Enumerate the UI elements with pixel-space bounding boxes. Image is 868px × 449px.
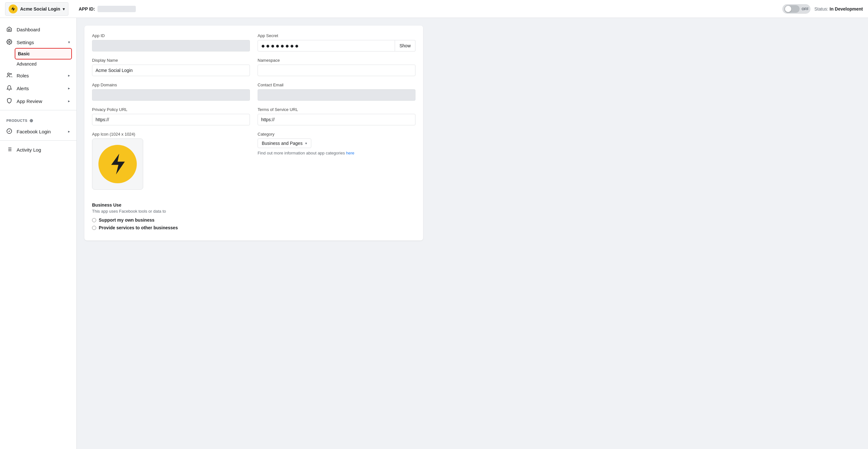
form-group-app-icon: App Icon (1024 x 1024) [92, 132, 250, 190]
app-logo-circle [98, 145, 137, 183]
form-group-app-domains: App Domains [92, 83, 250, 101]
form-row-5: App Icon (1024 x 1024) Category Business… [92, 132, 415, 196]
sidebar-item-settings[interactable]: Settings ▾ [0, 36, 76, 49]
sidebar-item-advanced[interactable]: Advanced [17, 59, 76, 69]
category-info: Find out more information about app cate… [257, 151, 415, 155]
form-group-app-id: App ID [92, 33, 250, 52]
sidebar-item-basic[interactable]: Basic [16, 49, 71, 59]
app-name: Acme Social Login [20, 6, 60, 11]
app-icon-label: App Icon (1024 x 1024) [92, 132, 250, 137]
app-secret-row: Show [257, 40, 415, 52]
form-group-display-name: Display Name [92, 58, 250, 76]
contact-email-input[interactable] [257, 89, 415, 101]
alerts-label: Alerts [17, 86, 29, 91]
radio-own-business-label: Support my own business [99, 217, 154, 222]
facebook-login-chevron: ▸ [68, 129, 70, 134]
sidebar-divider-2 [0, 140, 76, 141]
contact-email-label: Contact Email [257, 83, 415, 87]
business-use-section: Business Use This app uses Facebook tool… [92, 203, 415, 230]
roles-label: Roles [17, 73, 29, 78]
roles-chevron: ▸ [68, 73, 70, 78]
list-icon [6, 147, 13, 153]
bell-icon [6, 85, 13, 91]
home-icon [6, 26, 13, 33]
app-secret-input [257, 40, 395, 52]
sidebar: Dashboard Settings ▾ Basic Advanced Role… [0, 18, 77, 449]
toggle-thumb [785, 6, 791, 12]
facebook-login-label: Facebook Login [17, 129, 51, 134]
form-row-2: Display Name Namespace [92, 58, 415, 76]
display-name-input[interactable] [92, 65, 250, 76]
category-dropdown[interactable]: Business and Pages ▾ [257, 139, 311, 148]
tos-input[interactable] [257, 114, 415, 125]
radio-other-businesses-label: Provide services to other businesses [99, 225, 178, 230]
sidebar-item-activity-log[interactable]: Activity Log [0, 143, 76, 156]
business-use-desc: This app uses Facebook tools or data to [92, 209, 415, 214]
circle-check-icon [6, 128, 13, 134]
form-group-namespace: Namespace [257, 58, 415, 76]
svg-marker-0 [11, 6, 15, 11]
display-name-label: Display Name [92, 58, 250, 63]
settings-label: Settings [17, 40, 34, 45]
app-icon-preview[interactable] [92, 139, 143, 190]
radio-option-other-businesses[interactable]: Provide services to other businesses [92, 225, 415, 230]
app-selector[interactable]: Acme Social Login ▾ [5, 2, 68, 16]
app-review-label: App Review [17, 98, 42, 104]
form-row-3: App Domains Contact Email [92, 83, 415, 101]
alerts-chevron: ▸ [68, 86, 70, 90]
app-review-chevron: ▸ [68, 99, 70, 103]
form-row-1: App ID App Secret Show [92, 33, 415, 52]
form-group-privacy-policy: Privacy Policy URL [92, 107, 250, 125]
top-bar-right: OFF Status: In Development [782, 4, 863, 14]
svg-point-1 [9, 41, 10, 43]
category-chevron-icon: ▾ [305, 141, 307, 146]
app-id-field-label: App ID [92, 33, 250, 38]
show-secret-button[interactable]: Show [395, 40, 415, 52]
status-toggle[interactable]: OFF [782, 4, 810, 14]
gear-icon [6, 39, 13, 46]
radio-other-businesses[interactable] [92, 226, 96, 230]
toggle-off-label: OFF [802, 7, 809, 11]
app-id-label: APP ID: [79, 6, 95, 11]
namespace-input[interactable] [257, 65, 415, 76]
form-group-tos: Terms of Service URL [257, 107, 415, 125]
radio-own-business[interactable] [92, 218, 96, 222]
category-value: Business and Pages [262, 141, 303, 146]
sidebar-item-app-review[interactable]: App Review ▸ [0, 95, 76, 108]
activity-log-label: Activity Log [17, 147, 41, 153]
form-row-4: Privacy Policy URL Terms of Service URL [92, 107, 415, 125]
roles-icon [6, 72, 13, 79]
form-group-contact-email: Contact Email [257, 83, 415, 101]
radio-option-own-business[interactable]: Support my own business [92, 217, 415, 222]
sidebar-divider [0, 110, 76, 110]
app-selector-chevron: ▾ [63, 6, 65, 11]
settings-submenu: Basic Advanced [0, 49, 76, 69]
layout: Dashboard Settings ▾ Basic Advanced Role… [0, 18, 868, 449]
sidebar-item-alerts[interactable]: Alerts ▸ [0, 82, 76, 95]
sidebar-item-facebook-login[interactable]: Facebook Login ▸ [0, 125, 76, 138]
tos-label: Terms of Service URL [257, 107, 415, 112]
app-domains-label: App Domains [92, 83, 250, 87]
app-id-value [97, 6, 136, 12]
app-logo-icon [9, 4, 18, 13]
sidebar-item-roles[interactable]: Roles ▸ [0, 69, 76, 82]
settings-chevron: ▾ [68, 40, 70, 44]
namespace-label: Namespace [257, 58, 415, 63]
products-header: PRODUCTS ⊕ [0, 113, 76, 125]
app-id-section: APP ID: [79, 6, 136, 12]
dashboard-label: Dashboard [17, 27, 40, 32]
svg-point-3 [10, 73, 11, 74]
sidebar-item-dashboard[interactable]: Dashboard [0, 23, 76, 36]
svg-point-2 [8, 73, 9, 75]
category-info-link[interactable]: here [346, 151, 354, 155]
privacy-policy-input[interactable] [92, 114, 250, 125]
top-bar: Acme Social Login ▾ APP ID: OFF Status: … [0, 0, 868, 18]
status-text: Status: In Development [814, 6, 863, 11]
content-card: App ID App Secret Show Display Name [84, 26, 423, 240]
app-secret-label: App Secret [257, 33, 415, 38]
app-domains-input[interactable] [92, 89, 250, 101]
add-product-icon[interactable]: ⊕ [29, 118, 34, 123]
app-id-input[interactable] [92, 40, 250, 52]
form-group-category: Category Business and Pages ▾ Find out m… [257, 132, 415, 196]
main-content: App ID App Secret Show Display Name [77, 18, 868, 449]
